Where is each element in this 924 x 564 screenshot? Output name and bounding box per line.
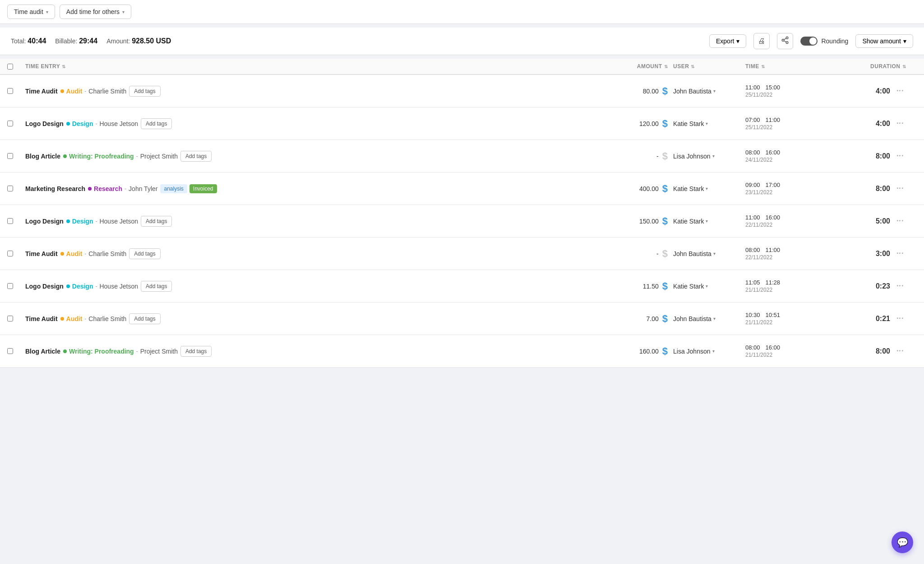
row-checkbox-cell [7,83,25,99]
project-name[interactable]: Design [72,120,93,127]
amount-value: 7.00 [636,315,659,322]
row-checkbox-6[interactable] [7,251,13,256]
time-end: 16:00 [766,149,781,156]
project-name[interactable]: Writing: Proofreading [69,348,134,355]
svg-point-1 [782,39,785,42]
separator: - [95,218,97,224]
print-icon: 🖨 [758,37,765,45]
time-audit-button[interactable]: Time audit ▾ [7,5,55,19]
row-checkbox-cell [7,343,25,359]
billable-icon[interactable]: $ [662,313,668,325]
time-date: 22/11/2022 [745,254,772,261]
row-checkbox-4[interactable] [7,186,13,191]
row-checkbox-cell [7,180,25,197]
rounding-toggle[interactable] [800,37,818,46]
add-tags-button[interactable]: Add tags [141,216,172,227]
user-dropdown-arrow[interactable]: ▾ [712,349,715,354]
sort-user-icon[interactable]: ⇅ [691,64,695,69]
table-row: Logo Design Design - House Jetson Add ta… [0,205,924,238]
row-more-icon[interactable]: ⋮ [894,345,906,357]
user-name: John Bautista ▾ [673,250,716,257]
row-checkbox-8[interactable] [7,316,13,322]
row-checkbox-9[interactable] [7,348,13,354]
sort-duration-icon[interactable]: ⇅ [902,64,906,69]
amount-value: - [636,153,659,160]
user-dropdown-arrow[interactable]: ▾ [712,154,715,158]
project-name[interactable]: Design [72,218,93,225]
row-more-icon[interactable]: ⋮ [894,85,906,97]
project-name[interactable]: Writing: Proofreading [69,153,134,160]
add-time-chevron: ▾ [122,9,125,14]
row-checkbox-7[interactable] [7,283,13,289]
row-checkbox-3[interactable] [7,153,13,159]
user-dropdown-arrow[interactable]: ▾ [706,219,708,224]
share-button[interactable] [777,33,793,49]
sort-time-icon[interactable]: ⇅ [761,64,765,69]
export-button[interactable]: Export ▾ [709,34,746,48]
add-tags-button[interactable]: Add tags [129,248,160,259]
row-more-icon[interactable]: ⋮ [894,150,906,162]
billable-icon[interactable]: $ [662,118,668,130]
row-entry-cell: Time Audit Audit - Charlie Smith Add tag… [25,243,601,265]
summary-actions: Export ▾ 🖨 Rounding Show amount ▾ [709,33,913,49]
project-dot [66,284,70,288]
row-tags: Add tags [141,281,172,292]
row-entry-cell: Marketing Research Research - John Tyler… [25,179,601,199]
sort-amount-icon[interactable]: ⇅ [664,64,668,69]
row-more-icon[interactable]: ⋮ [894,183,906,194]
project-dot [63,350,67,353]
user-dropdown-arrow[interactable]: ▾ [706,186,708,191]
show-amount-button[interactable]: Show amount ▾ [855,34,913,48]
billable-icon[interactable]: $ [662,183,668,195]
project-name[interactable]: Audit [66,315,83,322]
add-tags-button[interactable]: Add tags [129,86,160,97]
row-more-icon[interactable]: ⋮ [894,215,906,227]
non-billable-icon[interactable]: $ [662,150,668,162]
non-billable-icon[interactable]: $ [662,248,668,260]
add-tags-button[interactable]: Add tags [141,118,172,129]
time-range: 11:05 11:28 [745,279,780,286]
row-entry-cell: Logo Design Design - House Jetson Add ta… [25,275,601,297]
row-duration-cell: 8:00 ⋮ [845,340,917,362]
row-more-icon[interactable]: ⋮ [894,313,906,324]
row-time-cell: 08:00 11:00 22/11/2022 [745,241,845,266]
user-dropdown-arrow[interactable]: ▾ [706,284,708,289]
sort-time-entry-icon[interactable]: ⇅ [62,64,66,69]
project-dot [88,187,92,191]
add-tags-button[interactable]: Add tags [141,281,172,292]
add-tags-button[interactable]: Add tags [180,151,212,162]
user-dropdown-arrow[interactable]: ▾ [706,121,708,126]
user-dropdown-arrow[interactable]: ▾ [713,89,716,93]
print-button[interactable]: 🖨 [753,33,770,49]
row-duration-cell: 3:00 ⋮ [845,242,917,265]
billable-icon[interactable]: $ [662,345,668,357]
project-name[interactable]: Audit [66,250,83,257]
user-name: Lisa Johnson ▾ [673,153,715,160]
amount-value: 160.00 [636,348,659,355]
row-more-icon[interactable]: ⋮ [894,280,906,292]
row-more-icon[interactable]: ⋮ [894,118,906,129]
select-all-checkbox[interactable] [7,64,13,70]
row-entry-cell: Blog Article Writing: Proofreading - Pro… [25,340,601,362]
add-tags-button[interactable]: Add tags [180,346,212,357]
billable-icon[interactable]: $ [662,85,668,97]
billable-icon[interactable]: $ [662,280,668,292]
row-checkbox-1[interactable] [7,88,13,94]
row-checkbox-2[interactable] [7,121,13,126]
user-dropdown-arrow[interactable]: ▾ [713,251,716,256]
duration-value: 3:00 [876,250,890,258]
add-time-button[interactable]: Add time for others ▾ [60,5,131,19]
row-entry-cell: Logo Design Design - House Jetson Add ta… [25,113,601,135]
row-checkbox-5[interactable] [7,218,13,224]
add-tags-button[interactable]: Add tags [129,313,160,324]
project-name[interactable]: Research [94,185,122,192]
user-dropdown-arrow[interactable]: ▾ [713,316,716,321]
project-name[interactable]: Design [72,283,93,290]
billable-icon[interactable]: $ [662,215,668,227]
time-end: 16:00 [766,214,781,221]
row-time-cell: 08:00 16:00 24/11/2022 [745,144,845,168]
row-more-icon[interactable]: ⋮ [894,248,906,259]
row-tags: Add tags [129,86,160,97]
time-date: 21/11/2022 [745,352,772,358]
project-name[interactable]: Audit [66,88,83,95]
